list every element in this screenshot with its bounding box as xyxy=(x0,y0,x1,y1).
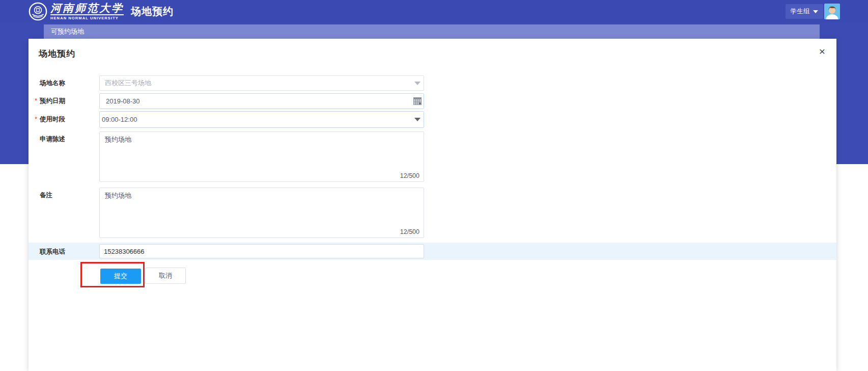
user-avatar[interactable] xyxy=(824,4,840,19)
venue-reservation-modal: 场地预约 × 场地名称 * 预约日期 * 使用时段 申请陈述 预约场地 12/5 xyxy=(29,39,836,371)
remark-char-counter: 12/500 xyxy=(400,228,419,235)
nav-item-bookable-venues[interactable]: 可预约场地 xyxy=(44,24,91,39)
required-mark: * xyxy=(35,115,37,123)
statement-label: 申请陈述 xyxy=(40,135,97,144)
time-period-label: 使用时段 xyxy=(40,115,97,124)
venue-name-label: 场地名称 xyxy=(40,79,97,88)
app-title: 场地预约 xyxy=(131,5,174,18)
reservation-date-label: 预约日期 xyxy=(40,97,97,105)
time-period-select[interactable] xyxy=(99,111,424,128)
submit-button[interactable]: 提交 xyxy=(100,269,141,284)
chevron-down-icon xyxy=(813,10,818,13)
nav-bar: 可预约场地 xyxy=(44,24,820,39)
phone-input[interactable] xyxy=(99,244,424,258)
university-name-en: HENAN NORMAL UNIVERSITY xyxy=(50,14,124,20)
statement-textarea-box: 预约场地 12/500 xyxy=(99,131,424,182)
statement-char-counter: 12/500 xyxy=(400,172,419,179)
statement-textarea[interactable]: 预约场地 xyxy=(100,132,424,172)
page: 河南师范大学 HENAN NORMAL UNIVERSITY 场地预约 学生组 … xyxy=(0,0,868,371)
app-header: 河南师范大学 HENAN NORMAL UNIVERSITY 场地预约 学生组 xyxy=(0,0,868,22)
venue-name-select[interactable] xyxy=(99,75,424,91)
remark-textarea[interactable]: 预约场地 xyxy=(100,188,424,228)
modal-title: 场地预约 xyxy=(39,48,75,60)
user-group-label: 学生组 xyxy=(791,7,810,16)
phone-label: 联系电话 xyxy=(40,248,97,256)
university-name-zh: 河南师范大学 xyxy=(50,3,124,14)
reservation-date-input[interactable] xyxy=(99,93,424,109)
user-group-dropdown[interactable]: 学生组 xyxy=(786,4,823,19)
close-icon[interactable]: × xyxy=(819,46,825,57)
cancel-button[interactable]: 取消 xyxy=(145,268,186,284)
remark-label: 备注 xyxy=(40,191,97,200)
university-logo: 河南师范大学 HENAN NORMAL UNIVERSITY 场地预约 xyxy=(29,0,174,22)
required-mark: * xyxy=(35,97,37,104)
remark-textarea-box: 预约场地 12/500 xyxy=(99,188,424,238)
university-name-block: 河南师范大学 HENAN NORMAL UNIVERSITY xyxy=(50,3,124,20)
avatar-icon xyxy=(824,4,840,19)
university-emblem-icon xyxy=(29,2,47,21)
